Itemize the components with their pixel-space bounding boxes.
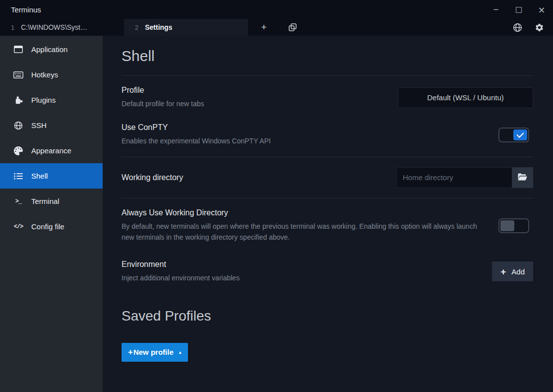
conpty-toggle[interactable] <box>498 128 529 142</box>
setting-row-conpty: Use ConPTY Enables the experimental Wind… <box>122 119 533 156</box>
browse-folder-button[interactable] <box>512 167 533 188</box>
titlebar[interactable]: Terminus − □ × <box>0 0 553 19</box>
window-controls: − □ × <box>485 0 553 19</box>
window-title: Terminus <box>0 5 41 14</box>
sidebar-item-config-file[interactable]: </> Config file <box>0 214 103 239</box>
tab-terminal[interactable]: 1 C:\WINDOWS\Syst… <box>0 19 124 36</box>
duplicate-icon <box>289 23 297 31</box>
add-environment-button[interactable]: + Add <box>492 261 533 281</box>
sidebar-item-appearance[interactable]: Appearance <box>0 138 103 163</box>
tab-bar: 1 C:\WINDOWS\Syst… 2 Settings + <box>0 19 553 36</box>
gear-icon <box>535 23 544 32</box>
tab-index: 1 <box>11 24 14 31</box>
globe-icon <box>513 23 522 32</box>
keyboard-icon <box>13 71 24 78</box>
plus-icon: + <box>128 347 133 357</box>
always-working-directory-toggle[interactable] <box>498 218 529 233</box>
new-tab-button[interactable]: + <box>253 19 275 36</box>
app-body: Application Hotkeys <box>0 36 553 392</box>
maximize-button[interactable]: □ <box>507 0 530 19</box>
minimize-button[interactable]: − <box>485 0 507 19</box>
setting-label: Working directory <box>122 173 381 182</box>
working-directory-input-group <box>396 167 533 188</box>
new-profile-button[interactable]: + New profile ▴ <box>122 343 188 362</box>
setting-label: Environment <box>122 260 477 269</box>
terminus-window: Terminus − □ × 1 C:\WINDOWS\Syst… 2 Sett… <box>0 0 553 392</box>
sidebar-item-terminal[interactable]: >_ Terminal <box>0 189 103 214</box>
sidebar-item-label: Hotkeys <box>31 70 58 79</box>
plus-icon: + <box>500 267 506 276</box>
tab-label: Settings <box>145 23 172 31</box>
tab-label: C:\WINDOWS\Syst… <box>21 23 87 31</box>
sidebar-item-shell[interactable]: Shell <box>0 163 103 189</box>
toggle-knob <box>500 220 514 231</box>
list-icon <box>13 173 24 180</box>
setting-description: Enables the experimental Windows ConPTY … <box>122 135 484 146</box>
tab-settings[interactable]: 2 Settings <box>124 19 248 36</box>
add-button-label: Add <box>511 267 525 276</box>
toggle-knob <box>513 130 527 140</box>
sidebar-item-ssh[interactable]: SSH <box>0 113 103 138</box>
settings-content: Shell Profile Default profile for new ta… <box>103 36 553 392</box>
sidebar-item-label: Shell <box>31 172 48 180</box>
sidebar-item-label: Application <box>31 45 67 54</box>
palette-icon <box>13 146 24 155</box>
setting-row-profile: Profile Default profile for new tabs Def… <box>122 76 533 119</box>
globe-icon <box>13 121 24 130</box>
sidebar-item-label: Plugins <box>31 96 56 104</box>
sidebar-item-plugins[interactable]: Plugins <box>0 87 103 113</box>
setting-row-environment: Environment Inject additional environmen… <box>122 253 533 293</box>
tab-index: 2 <box>135 24 138 31</box>
terminal-icon: >_ <box>13 198 24 205</box>
sidebar-item-application[interactable]: Application <box>0 37 103 62</box>
sidebar-item-label: SSH <box>31 121 47 130</box>
setting-description: By default, new terminals will open wher… <box>122 221 484 243</box>
setting-label: Profile <box>122 86 383 95</box>
saved-profiles-heading: Saved Profiles <box>122 308 533 324</box>
setting-label: Always Use Working Directory <box>122 208 484 217</box>
puzzle-icon <box>13 95 24 105</box>
page-title: Shell <box>122 48 533 65</box>
sidebar-item-hotkeys[interactable]: Hotkeys <box>0 62 103 87</box>
close-button[interactable]: × <box>530 0 553 19</box>
setting-description: Inject additional environment variables <box>122 272 477 283</box>
globe-button[interactable] <box>506 19 528 36</box>
sidebar-item-label: Terminal <box>31 197 60 205</box>
settings-gear-button[interactable] <box>528 19 550 36</box>
settings-sidebar: Application Hotkeys <box>0 36 103 392</box>
caret-up-icon: ▴ <box>179 349 182 355</box>
setting-description: Default profile for new tabs <box>122 98 383 109</box>
setting-row-always-working-directory: Always Use Working Directory By default,… <box>122 198 533 253</box>
tabbar-right-icons <box>506 19 550 36</box>
profile-select-button[interactable]: Default (WSL / Ubuntu) <box>398 87 533 108</box>
sidebar-item-label: Appearance <box>31 146 71 155</box>
tabbar-spacer <box>304 19 506 36</box>
new-profile-label: New profile <box>133 348 174 356</box>
setting-row-working-directory: Working directory <box>122 157 533 198</box>
code-icon: </> <box>13 223 24 230</box>
setting-label: Use ConPTY <box>122 123 484 132</box>
window-icon <box>13 46 24 53</box>
sidebar-item-label: Config file <box>31 222 64 231</box>
folder-icon <box>518 173 527 182</box>
working-directory-input[interactable] <box>396 167 512 188</box>
duplicate-tab-button[interactable] <box>282 19 304 36</box>
